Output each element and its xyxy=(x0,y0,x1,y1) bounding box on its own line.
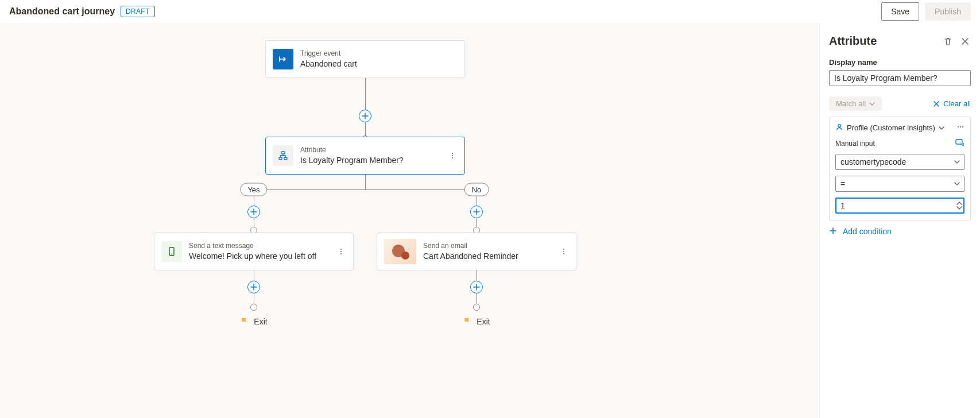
svg-rect-0 xyxy=(281,152,285,154)
close-button[interactable] xyxy=(959,36,971,47)
match-mode-label: Match all xyxy=(836,99,866,108)
chevron-down-icon xyxy=(869,101,875,107)
stepper-arrows[interactable] xyxy=(956,199,962,212)
node-label: Attribute xyxy=(300,146,404,155)
attribute-icon xyxy=(273,145,293,166)
manual-input-label: Manual input xyxy=(835,140,875,148)
clear-all-button[interactable]: Clear all xyxy=(933,99,971,108)
connector xyxy=(254,189,478,190)
person-icon xyxy=(835,123,843,133)
journey-canvas[interactable]: Yes No xyxy=(0,23,819,418)
clear-all-label: Clear all xyxy=(943,99,971,108)
exit-node: Exit xyxy=(240,317,267,326)
connector-node xyxy=(250,304,257,311)
svg-rect-2 xyxy=(284,157,287,160)
dynamic-input-icon xyxy=(955,138,964,146)
operator-value: = xyxy=(835,176,964,192)
delete-button[interactable] xyxy=(942,36,954,47)
connector xyxy=(365,173,366,189)
plus-icon xyxy=(473,208,480,215)
svg-point-8 xyxy=(340,249,342,250)
svg-rect-1 xyxy=(279,157,282,160)
svg-point-16 xyxy=(960,126,961,127)
input-mode-button[interactable] xyxy=(955,138,964,148)
kebab-icon xyxy=(448,152,456,160)
svg-point-17 xyxy=(962,126,963,127)
node-title: Abandoned cart xyxy=(300,59,357,69)
add-step-button[interactable] xyxy=(359,110,371,122)
node-title: Welcome! Pick up where you left off xyxy=(189,251,316,261)
chevron-down-icon xyxy=(939,125,944,131)
svg-point-13 xyxy=(563,253,564,254)
svg-rect-18 xyxy=(956,140,962,144)
profile-source-label: Profile (Customer Insights) xyxy=(847,123,935,132)
display-name-label: Display name xyxy=(829,58,971,67)
topbar: Abandoned cart journey DRAFT Save Publis… xyxy=(0,0,980,23)
svg-point-3 xyxy=(452,153,453,154)
close-icon xyxy=(933,100,940,107)
node-menu-button[interactable] xyxy=(334,244,348,259)
node-menu-button[interactable] xyxy=(445,148,460,163)
add-step-button[interactable] xyxy=(470,206,483,218)
value-input[interactable]: 1 xyxy=(835,198,964,214)
email-node[interactable]: Send an email Cart Abandoned Reminder xyxy=(377,233,576,270)
svg-point-9 xyxy=(340,251,342,252)
exit-node: Exit xyxy=(463,317,490,326)
display-name-field[interactable] xyxy=(829,70,971,86)
node-label: Send an email xyxy=(423,242,518,251)
add-step-button[interactable] xyxy=(247,206,260,218)
page-title: Abandoned cart journey xyxy=(9,6,115,17)
profile-source-chip[interactable]: Profile (Customer Insights) xyxy=(835,123,944,133)
publish-button: Publish xyxy=(925,2,971,21)
trigger-icon xyxy=(273,49,293,69)
svg-point-5 xyxy=(452,157,453,158)
match-mode-pill: Match all xyxy=(829,96,882,111)
node-title: Is Loyalty Program Member? xyxy=(300,155,404,165)
sms-node[interactable]: Send a text message Welcome! Pick up whe… xyxy=(154,233,354,270)
node-title: Cart Abandoned Reminder xyxy=(423,251,518,261)
svg-point-4 xyxy=(452,155,453,156)
draft-badge: DRAFT xyxy=(121,6,155,17)
condition-menu-button[interactable] xyxy=(956,123,964,133)
panel-title: Attribute xyxy=(829,34,877,48)
operator-select[interactable]: = xyxy=(835,176,964,192)
chevron-up-icon xyxy=(956,201,962,206)
connector xyxy=(365,78,366,139)
condition-card: Profile (Customer Insights) Manual input… xyxy=(829,117,971,221)
node-label: Trigger event xyxy=(300,49,357,59)
flag-icon xyxy=(240,317,249,326)
add-condition-button[interactable]: Add condition xyxy=(829,227,971,236)
attribute-field-value: customertypecode xyxy=(835,154,964,170)
add-step-button[interactable] xyxy=(247,281,260,293)
add-step-button[interactable] xyxy=(470,281,483,293)
email-thumbnail xyxy=(384,239,416,264)
plus-icon xyxy=(829,227,838,236)
flag-icon xyxy=(463,317,472,326)
svg-point-11 xyxy=(563,249,564,250)
svg-point-7 xyxy=(171,254,172,255)
plus-icon xyxy=(473,284,480,291)
exit-label: Exit xyxy=(477,317,490,326)
value-stepper[interactable]: 1 xyxy=(835,198,964,214)
meatballs-icon xyxy=(956,123,964,131)
phone-icon xyxy=(161,241,182,262)
properties-panel: Attribute Display name Match all xyxy=(819,23,980,418)
plus-icon xyxy=(362,113,369,119)
attribute-node[interactable]: Attribute Is Loyalty Program Member? xyxy=(265,137,465,175)
attribute-field-select[interactable]: customertypecode xyxy=(835,154,964,170)
branch-yes-tag[interactable]: Yes xyxy=(240,183,267,196)
close-icon xyxy=(961,37,969,45)
trash-icon xyxy=(943,37,952,46)
add-condition-label: Add condition xyxy=(843,227,892,236)
save-button[interactable]: Save xyxy=(881,2,919,21)
chevron-down-icon xyxy=(956,206,962,210)
exit-label: Exit xyxy=(254,317,267,326)
svg-point-12 xyxy=(563,251,564,252)
kebab-icon xyxy=(337,247,345,256)
kebab-icon xyxy=(560,247,568,256)
branch-no-tag[interactable]: No xyxy=(464,183,489,196)
connector-node xyxy=(473,304,480,311)
svg-point-15 xyxy=(958,126,959,127)
trigger-node[interactable]: Trigger event Abandoned cart xyxy=(265,40,465,78)
node-menu-button[interactable] xyxy=(556,244,571,259)
